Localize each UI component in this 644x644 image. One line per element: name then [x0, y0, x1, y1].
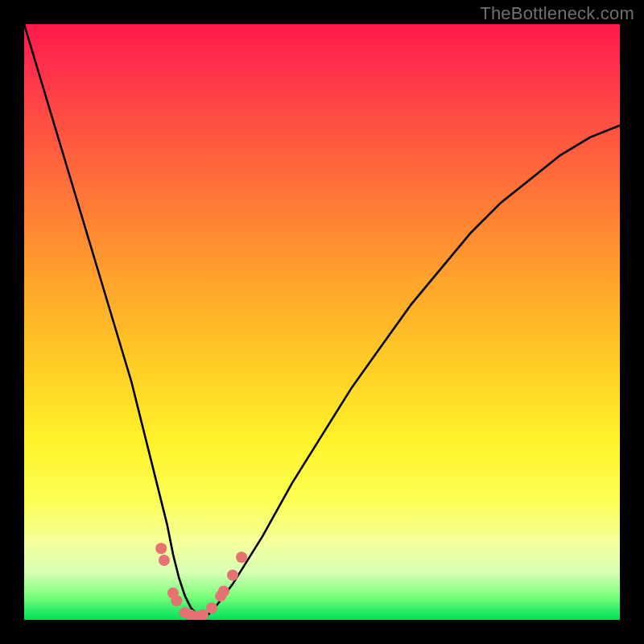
plot-area [24, 24, 620, 620]
bottleneck-curve [24, 24, 620, 620]
curve-marker [227, 570, 238, 581]
curve-marker [206, 602, 217, 613]
curve-marker [155, 543, 167, 554]
curve-marker [218, 586, 229, 597]
curve-marker [197, 609, 208, 620]
watermark-text: TheBottleneck.com [480, 3, 634, 24]
curve-marker [159, 555, 170, 566]
curve-marker [171, 595, 182, 606]
curve-layer [24, 24, 620, 620]
curve-marker [236, 551, 247, 563]
chart-frame: TheBottleneck.com [0, 0, 644, 644]
